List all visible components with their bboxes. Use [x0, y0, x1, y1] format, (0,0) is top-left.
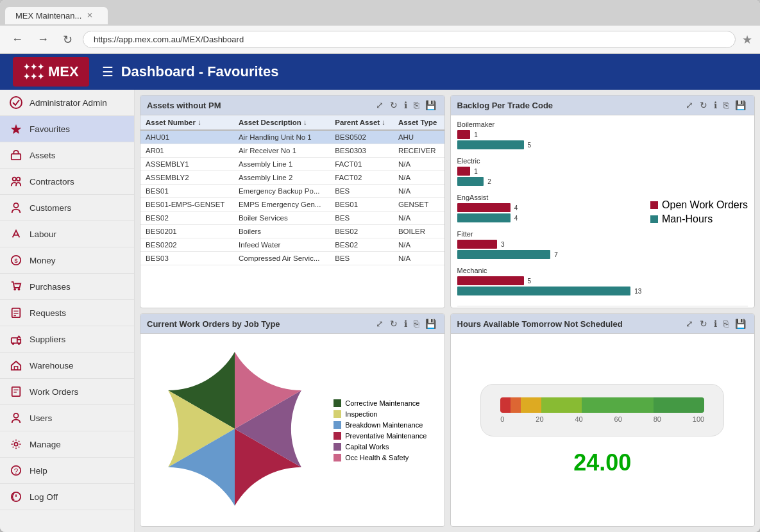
hours-save-icon[interactable]: 💾: [733, 318, 748, 329]
sidebar-label-assets: Assets: [30, 151, 56, 160]
workorders-info-icon[interactable]: ℹ: [402, 318, 409, 329]
gauge-segment: [500, 397, 511, 413]
sidebar-label-manage: Manage: [30, 440, 61, 449]
bar-man: [457, 250, 551, 259]
bar-man-row: 5: [457, 140, 645, 149]
gauge-segment: [654, 397, 705, 413]
table-row[interactable]: ASSEMBLY2Assembly Line 2FACT02N/A: [140, 171, 444, 185]
col-asset-type[interactable]: Asset Type: [393, 115, 444, 130]
hours-refresh-icon[interactable]: ↻: [698, 318, 709, 329]
bar-open-value: 4: [514, 204, 518, 212]
sidebar-item-manage[interactable]: Manage: [0, 431, 134, 458]
gauge-axis-label: 40: [575, 415, 582, 423]
assets-table: Asset Number ↓ Asset Description ↓ Paren…: [140, 115, 444, 265]
address-bar[interactable]: [83, 31, 736, 48]
favourites-icon: [9, 122, 23, 136]
workorders-copy-icon[interactable]: ⎘: [412, 318, 421, 329]
bar-man-row: 7: [457, 250, 645, 259]
pie-legend-item: Breakdown Maintenance: [334, 421, 426, 429]
table-row[interactable]: BES01-EMPS-GENSETEMPS Emergency Gen...BE…: [140, 198, 444, 212]
table-row[interactable]: BES02Boiler ServicesBESN/A: [140, 212, 444, 225]
table-row[interactable]: ASSEMBLY1Assembly Line 1FACT01N/A: [140, 158, 444, 171]
hours-panel-title: Hours Available Tomorrow Not Scheduled: [457, 319, 623, 329]
sidebar-item-suppliers[interactable]: Suppliers: [0, 326, 134, 353]
assets-refresh-icon[interactable]: ↻: [388, 99, 400, 111]
col-asset-number[interactable]: Asset Number ↓: [140, 115, 233, 130]
svg-point-23: [14, 442, 17, 445]
col-asset-desc[interactable]: Asset Description ↓: [233, 115, 330, 130]
app-header: ✦✦✦✦✦✦ MEX ☰ Dashboard - Favourites: [0, 54, 760, 90]
sidebar-item-logoff[interactable]: Log Off: [0, 484, 134, 510]
tab-close-button[interactable]: ✕: [87, 11, 93, 20]
assets-panel-title: Assets without PM: [147, 101, 221, 110]
bar-man: [457, 213, 511, 222]
backlog-save-icon[interactable]: 💾: [733, 99, 748, 111]
svg-point-9: [13, 288, 16, 291]
hours-info-icon[interactable]: ℹ: [712, 318, 719, 329]
bar-man-row: 4: [457, 213, 645, 222]
bar-open-row: 3: [457, 240, 645, 249]
sidebar-label-contractors: Contractors: [30, 177, 74, 187]
assets-copy-icon[interactable]: ⎘: [412, 99, 421, 111]
sidebar-item-requests[interactable]: Requests: [0, 300, 134, 326]
legend-section: Open Work Orders Man-Hours: [650, 121, 748, 303]
sidebar-item-warehouse[interactable]: Warehouse: [0, 353, 134, 379]
col-parent-asset[interactable]: Parent Asset ↓: [330, 115, 393, 130]
svg-marker-1: [11, 124, 21, 134]
sidebar-item-workorders[interactable]: Work Orders: [0, 379, 134, 405]
backlog-info-icon[interactable]: ℹ: [712, 99, 719, 111]
pie-chart-svg: [158, 352, 312, 506]
assets-save-icon[interactable]: 💾: [423, 99, 438, 111]
backlog-copy-icon[interactable]: ⎘: [722, 99, 730, 111]
backlog-expand-icon[interactable]: ⤢: [684, 99, 695, 111]
hamburger-icon[interactable]: ☰: [102, 64, 114, 79]
money-icon: $: [9, 253, 23, 267]
sidebar-item-assets[interactable]: Assets: [0, 142, 134, 169]
svg-point-4: [17, 178, 20, 181]
sidebar-label-suppliers: Suppliers: [30, 335, 65, 344]
sidebar-label-workorders: Work Orders: [30, 387, 78, 397]
hours-expand-icon[interactable]: ⤢: [684, 318, 695, 329]
bars-section: Boilermaker 1 5 Electric 1 2 EngAssist: [457, 121, 645, 303]
bookmark-icon[interactable]: ★: [742, 33, 752, 47]
assets-expand-icon[interactable]: ⤢: [374, 99, 385, 111]
svg-point-16: [12, 342, 15, 345]
table-row[interactable]: AR01Air Receiver No 1BES0303RECEIVER: [140, 144, 444, 158]
backlog-panel-header: Backlog Per Trade Code ⤢ ↻ ℹ ⎘ 💾: [451, 96, 755, 115]
sidebar-item-favourites[interactable]: Favourites: [0, 116, 134, 142]
svg-point-22: [13, 413, 18, 418]
sidebar-item-customers[interactable]: Customers: [0, 195, 134, 221]
workorders-refresh-icon[interactable]: ↻: [388, 318, 400, 329]
hours-copy-icon[interactable]: ⎘: [722, 318, 730, 329]
refresh-button[interactable]: ↻: [59, 30, 76, 49]
table-row[interactable]: BES01Emergency Backup Po...BESN/A: [140, 185, 444, 198]
browser-tab[interactable]: MEX Maintenan... ✕: [5, 7, 108, 24]
backlog-panel-body: Boilermaker 1 5 Electric 1 2 EngAssist: [451, 115, 755, 308]
workorders-save-icon[interactable]: 💾: [423, 318, 438, 329]
forward-button[interactable]: →: [33, 30, 53, 49]
table-row[interactable]: BES0201BoilersBES02BOILER: [140, 225, 444, 238]
hours-panel-icons: ⤢ ↻ ℹ ⎘ 💾: [684, 318, 748, 329]
sidebar-item-help[interactable]: ? Help: [0, 458, 134, 484]
sidebar-label-money: Money: [30, 256, 56, 265]
workorders-panel-body: Corrective Maintenance Inspection Breakd…: [140, 334, 444, 526]
bar-man-value: 7: [554, 251, 558, 258]
browser-toolbar: ← → ↻ ★: [0, 26, 760, 54]
table-row[interactable]: BES0202Infeed WaterBES02N/A: [140, 238, 444, 252]
sidebar-item-contractors[interactable]: Contractors: [0, 169, 134, 195]
bar-group: Fitter 3 7: [457, 230, 645, 260]
table-row[interactable]: BES03Compressed Air Servic...BESN/A: [140, 252, 444, 265]
sidebar-item-money[interactable]: $ Money: [0, 247, 134, 274]
tab-title: MEX Maintenan...: [15, 11, 81, 21]
legend-open-label: Open Work Orders: [662, 199, 748, 211]
table-row[interactable]: AHU01Air Handling Unit No 1BES0502AHU: [140, 130, 444, 144]
workorders-expand-icon[interactable]: ⤢: [374, 318, 385, 329]
sidebar-item-purchases[interactable]: Purchases: [0, 274, 134, 300]
sidebar-item-labour[interactable]: Labour: [0, 221, 134, 247]
bar-man-row: 2: [457, 177, 645, 186]
assets-info-icon[interactable]: ℹ: [402, 99, 409, 111]
back-button[interactable]: ←: [8, 30, 27, 49]
backlog-refresh-icon[interactable]: ↻: [698, 99, 709, 111]
sidebar-item-users[interactable]: Users: [0, 405, 134, 431]
browser-tab-bar: MEX Maintenan... ✕: [0, 0, 760, 26]
